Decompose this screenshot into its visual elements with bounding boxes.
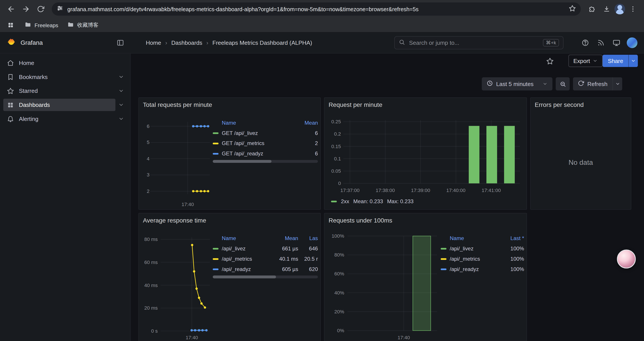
panel-title[interactable]: Errors per second bbox=[535, 101, 584, 108]
series-name: /api/_livez bbox=[222, 245, 272, 252]
zoom-out-button[interactable] bbox=[556, 77, 570, 90]
sidebar-item-starred[interactable]: Starred bbox=[3, 85, 116, 97]
sidebar-item-label: Dashboards bbox=[19, 102, 50, 108]
bookmark-folder-blog[interactable]: 收藏博客 bbox=[67, 21, 98, 29]
legend-row-livez[interactable]: /api/_livez 661 µs 646 bbox=[213, 243, 318, 254]
x-tick: 17:37:00 bbox=[334, 187, 366, 194]
chevron-down-icon[interactable] bbox=[116, 116, 127, 122]
search-box[interactable]: ⌘+k bbox=[394, 36, 564, 49]
site-settings-icon[interactable] bbox=[57, 5, 63, 13]
legend-row-readyz[interactable]: /api/_readyz 605 µs 620 bbox=[213, 264, 318, 274]
favorite-star-icon[interactable] bbox=[545, 56, 556, 67]
total-requests-plot[interactable] bbox=[150, 118, 210, 198]
legend-row-metrics[interactable]: /api/_metrics 40.1 ms 20.5 r bbox=[213, 254, 318, 264]
panel-title[interactable]: Average response time bbox=[143, 217, 206, 224]
chevron-down-icon[interactable] bbox=[116, 88, 127, 94]
breadcrumb-home[interactable]: Home bbox=[146, 39, 161, 46]
forward-icon[interactable] bbox=[19, 2, 33, 16]
url-text[interactable]: grafana.mathmast.com/d/deytv4rwavabkb/fr… bbox=[67, 6, 565, 12]
legend-row-metrics[interactable]: /api/_metrics 100% bbox=[441, 254, 524, 264]
legend-table: Name Mean GET /api/_livez 6 GET /api/_me… bbox=[213, 118, 318, 163]
panel-total-requests: Total requests per minute 6 5 4 3 2 17:4… bbox=[138, 97, 321, 210]
address-bar[interactable]: grafana.mathmast.com/d/deytv4rwavabkb/fr… bbox=[52, 3, 581, 16]
legend-header-name[interactable]: Name bbox=[213, 235, 272, 241]
avg-response-plot[interactable] bbox=[161, 234, 210, 336]
panel-errors-per-second: Errors per second No data bbox=[530, 97, 631, 210]
legend-scrollbar[interactable] bbox=[213, 275, 318, 278]
legend-header-row: Name Mean Las bbox=[213, 233, 318, 243]
legend-header-last[interactable]: Last * bbox=[504, 235, 524, 241]
help-icon[interactable] bbox=[580, 37, 591, 48]
series-name: /api/_readyz bbox=[450, 266, 501, 272]
sidebar-item-bookmarks[interactable]: Bookmarks bbox=[3, 71, 116, 83]
x-tick: 17:38:00 bbox=[369, 187, 402, 194]
legend-row-livez[interactable]: GET /api/_livez 6 bbox=[213, 128, 318, 138]
y-tick: 60% bbox=[325, 270, 344, 277]
series-name: /api/_metrics bbox=[450, 256, 501, 262]
news-rss-icon[interactable] bbox=[596, 37, 606, 48]
sidebar-item-dashboards[interactable]: Dashboards bbox=[3, 99, 116, 111]
grafana-header: Grafana Home Dashboards Freeleaps Metric… bbox=[0, 32, 644, 53]
sidebar-item-home[interactable]: Home bbox=[3, 57, 116, 69]
bookmark-folder-freeleaps[interactable]: Freeleaps bbox=[24, 21, 58, 29]
bookmark-star-icon[interactable] bbox=[569, 5, 576, 14]
panel-title[interactable]: Request per minute bbox=[328, 101, 382, 108]
apps-grid-icon[interactable] bbox=[6, 20, 16, 30]
legend-header-mean[interactable]: Mean bbox=[275, 235, 298, 241]
series-mean: 6 bbox=[296, 151, 318, 157]
y-tick: 100% bbox=[325, 233, 344, 239]
breadcrumb-current[interactable]: Freeleaps Metrics Dashboard (ALPHA) bbox=[212, 39, 312, 46]
legend-header-name[interactable]: Name bbox=[441, 235, 501, 241]
y-tick: 0.2 bbox=[325, 131, 341, 137]
browser-menu-icon[interactable] bbox=[626, 2, 640, 16]
sidebar-item-label: Starred bbox=[19, 88, 38, 94]
refresh-button[interactable]: Refresh bbox=[573, 77, 612, 90]
legend-row-livez[interactable]: /api/_livez 100% bbox=[441, 243, 524, 254]
dock-menu-icon[interactable] bbox=[116, 39, 124, 46]
legend-table: Name Mean Las /api/_livez 661 µs 646 /ap… bbox=[213, 233, 318, 278]
chevron-down-icon[interactable] bbox=[116, 102, 127, 108]
share-button[interactable]: Share bbox=[602, 55, 629, 67]
under-100ms-plot[interactable] bbox=[348, 233, 437, 331]
legend-row-readyz[interactable]: GET /api/_readyz 6 bbox=[213, 148, 318, 159]
panel-avg-response-time: Average response time 80 ms 60 ms 40 ms … bbox=[138, 213, 321, 341]
legend-row-readyz[interactable]: /api/_readyz 100% bbox=[441, 264, 524, 274]
header-icons bbox=[580, 32, 638, 53]
breadcrumb-dashboards[interactable]: Dashboards bbox=[171, 39, 202, 46]
legend-inline[interactable]: 2xx Mean: 0.233 Max: 0.233 bbox=[331, 198, 414, 204]
refresh-label: Refresh bbox=[587, 81, 608, 87]
sidebar-item-label: Bookmarks bbox=[19, 74, 48, 80]
series-last: 100% bbox=[504, 245, 524, 252]
request-per-minute-plot[interactable] bbox=[343, 118, 520, 183]
refresh-interval-chevron-icon[interactable] bbox=[612, 77, 622, 90]
legend-header-mean[interactable]: Mean bbox=[296, 120, 318, 126]
search-input[interactable] bbox=[408, 39, 540, 47]
user-avatar[interactable] bbox=[627, 37, 638, 48]
home-icon bbox=[7, 60, 14, 67]
share-menu-chevron-icon[interactable] bbox=[629, 55, 638, 67]
legend-scrollbar[interactable] bbox=[213, 160, 318, 163]
brand-name: Grafana bbox=[20, 39, 43, 46]
folder-icon bbox=[67, 21, 74, 29]
scrollbar-thumb[interactable] bbox=[213, 275, 276, 278]
monitor-icon[interactable] bbox=[611, 37, 622, 48]
legend-header-name[interactable]: Name bbox=[213, 120, 293, 126]
browser-toolbar: grafana.mathmast.com/d/deytv4rwavabkb/fr… bbox=[0, 0, 644, 18]
legend-row-metrics[interactable]: GET /api/_metrics 2 bbox=[213, 138, 318, 149]
extensions-icon[interactable] bbox=[585, 2, 599, 16]
assistant-avatar[interactable] bbox=[617, 249, 636, 268]
legend-header-last[interactable]: Las bbox=[302, 235, 318, 241]
grafana-logo[interactable] bbox=[6, 37, 16, 48]
scrollbar-thumb[interactable] bbox=[213, 160, 272, 163]
y-tick: 0.1 bbox=[325, 155, 341, 162]
browser-profile-avatar[interactable] bbox=[614, 4, 625, 15]
export-button[interactable]: Export bbox=[568, 55, 602, 67]
reload-icon[interactable] bbox=[34, 2, 48, 16]
sidebar-item-alerting[interactable]: Alerting bbox=[3, 113, 116, 125]
chevron-down-icon[interactable] bbox=[116, 74, 127, 80]
panel-title[interactable]: Requests under 100ms bbox=[328, 217, 392, 224]
panel-title[interactable]: Total requests per minute bbox=[143, 101, 212, 108]
back-icon[interactable] bbox=[4, 2, 18, 16]
downloads-icon[interactable] bbox=[600, 2, 614, 16]
time-range-picker[interactable]: Last 5 minutes bbox=[482, 77, 552, 90]
